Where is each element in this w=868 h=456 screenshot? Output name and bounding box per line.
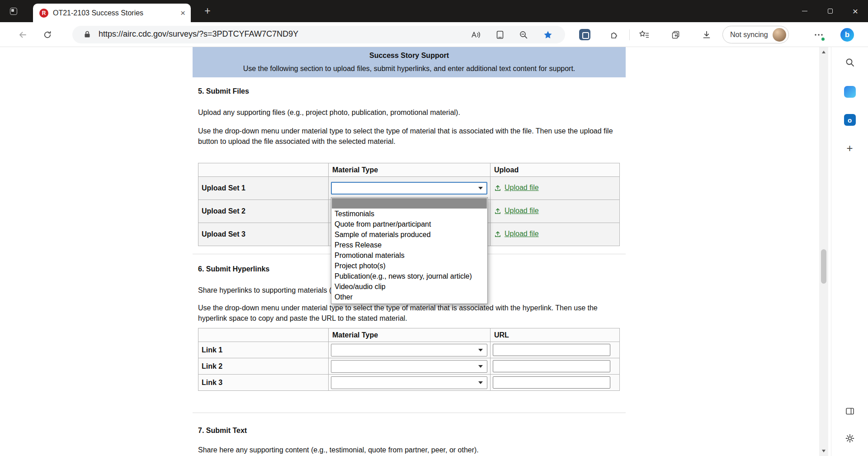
upload-icon [494,207,501,214]
refresh-button[interactable] [38,22,57,47]
sidebar-add-button[interactable]: + [846,143,853,154]
profile-button[interactable]: Not syncing [722,26,789,43]
refresh-icon [43,30,52,39]
sidebar-outlook-button[interactable]: o [844,114,856,126]
lock-icon [83,30,91,38]
question7-heading: 7. Submit Text [198,427,626,435]
question7-intro: Share here any supporting content (e.g.,… [198,445,618,455]
scroll-up-icon [822,51,826,53]
edge-sidebar: o + [831,47,868,456]
read-aloud-button[interactable] [470,29,481,40]
favorite-star-icon [543,30,553,40]
tab-close-icon[interactable]: × [180,9,185,17]
sidebar-discover-button[interactable] [844,86,856,98]
zoom-out-button[interactable] [518,29,529,40]
upload-header: Upload [491,163,620,177]
row-label: Link 2 [198,358,329,375]
upload-file-link-1[interactable]: Upload file [494,184,539,192]
question5-intro: Upload any supporting files (e.g., proje… [198,107,618,118]
row-label: Upload Set 3 [198,223,329,246]
dropdown-option[interactable]: Testimonials [332,209,487,219]
chevron-down-icon [478,381,483,384]
row-label: Link 1 [198,342,329,358]
immersive-reader-button[interactable] [495,29,505,40]
close-icon: × [853,6,858,16]
hyperlink-table-header-row: Material Type URL [198,328,620,342]
upload-icon [494,230,501,238]
page-scrollbar[interactable] [819,47,828,456]
collections-button[interactable] [668,22,684,47]
tab-actions-icon [10,8,17,15]
copilot-button[interactable]: b [839,22,855,47]
redcap-favicon-icon: R [39,9,48,18]
dropdown-option[interactable]: Press Release [332,240,487,250]
section-divider [193,413,626,413]
dropdown-option-blank[interactable] [332,198,487,209]
material-type-select-1[interactable] [331,182,487,195]
gear-icon [844,433,855,444]
question6-instructions: Use the drop-down menu under material ty… [198,303,618,323]
link-url-input-2[interactable] [493,360,610,372]
link-material-select-3[interactable] [331,376,487,389]
upload-file-link-3[interactable]: Upload file [494,230,539,238]
material-type-dropdown: Testimonials Quote from partner/particip… [331,197,488,304]
read-aloud-icon [470,29,481,40]
window-controls: × [792,0,868,22]
dropdown-option[interactable]: Publication(e.g., news story, journal ar… [332,271,487,281]
row-label: Upload Set 1 [198,177,329,200]
extensions-puzzle-icon [609,30,619,40]
tab-title: OT21-2103 Success Stories [53,9,177,17]
corner-header [198,328,329,342]
favorite-star-button[interactable] [542,29,553,40]
extensions-button[interactable] [608,22,621,47]
scroll-down-button[interactable] [819,447,828,455]
sidebar-panel-button[interactable] [845,406,855,416]
browser-tab[interactable]: R OT21-2103 Success Stories × [33,4,191,22]
outlook-icon: o [844,114,856,126]
chevron-down-icon [478,365,483,368]
dropdown-option[interactable]: Promotional materials [332,250,487,261]
new-tab-button[interactable]: + [202,5,213,17]
link-material-select-2[interactable] [331,360,487,373]
downloads-button[interactable] [699,22,714,47]
scroll-up-button[interactable] [819,48,828,56]
banner-title: Success Story Support [202,51,617,60]
maximize-icon [828,9,833,14]
url-text[interactable]: https://airc.cdc.gov/surveys/?s=3PDTCYFA… [99,29,298,39]
search-icon [844,57,855,68]
dropdown-option[interactable]: Sample of materials produced [332,229,487,240]
tab-actions-button[interactable] [6,4,21,19]
profile-avatar [773,28,786,42]
link-url-input-1[interactable] [493,344,610,356]
dropdown-option[interactable]: Video/audio clip [332,281,487,292]
corner-header [198,163,329,177]
question5-instructions: Use the drop-down menu under material ty… [198,126,618,147]
browser-window: R OT21-2103 Success Stories × + × https:… [0,0,868,456]
settings-menu-button[interactable] [811,22,826,47]
back-icon [18,30,28,40]
profile-label: Not syncing [730,31,768,39]
window-close-button[interactable]: × [843,0,868,22]
collections-icon [671,30,681,40]
link-url-input-3[interactable] [493,376,610,389]
dropdown-option[interactable]: Quote from partner/participant [332,219,487,229]
sidebar-search-button[interactable] [844,57,855,68]
discover-icon [844,86,856,98]
pinned-extension-button[interactable] [578,22,591,47]
back-button[interactable] [14,22,32,47]
dropdown-option[interactable]: Other [332,292,487,302]
upload-file-link-2[interactable]: Upload file [494,207,539,215]
immersive-reader-icon [495,30,505,40]
scrollbar-thumb[interactable] [821,249,826,284]
window-minimize-button[interactable] [792,0,817,22]
window-maximize-button[interactable] [817,0,843,22]
favorites-button[interactable] [637,22,652,47]
notification-badge [821,37,825,41]
address-bar[interactable]: https://airc.cdc.gov/surveys/?s=3PDTCYFA… [72,26,565,43]
url-header: URL [491,328,620,342]
link-material-select-1[interactable] [331,344,487,356]
table-row: Link 2 [198,358,620,375]
dropdown-option[interactable]: Project photo(s) [332,261,487,271]
sidebar-settings-button[interactable] [844,433,855,444]
material-type-header: Material Type [329,163,491,177]
